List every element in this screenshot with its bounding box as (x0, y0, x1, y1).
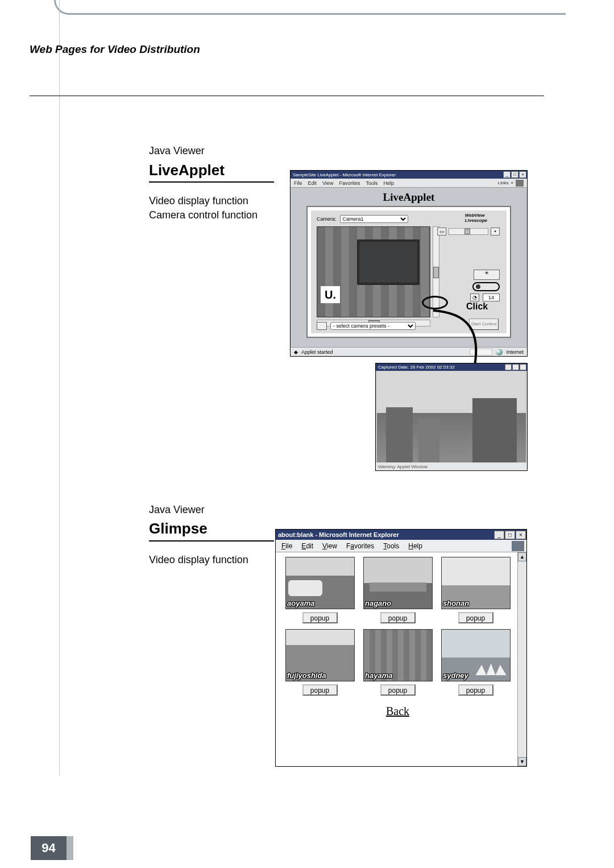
menu-view[interactable]: View (322, 180, 333, 186)
vertical-scrollbar[interactable]: ▲ ▼ (517, 552, 526, 766)
zone-text: Internet (506, 349, 524, 355)
camera-select[interactable]: Camera1 (340, 215, 408, 223)
camera-label: Camera: (317, 216, 337, 222)
popup-button[interactable]: popup (458, 612, 493, 623)
menu-help[interactable]: Help (383, 180, 394, 186)
thumb-nagano: nagano popup (363, 557, 433, 623)
header-rule (30, 96, 544, 96)
menu-help[interactable]: Help (408, 542, 422, 550)
menu-edit[interactable]: Edit (308, 180, 317, 186)
zoom-wide-icon[interactable]: ▭ (437, 228, 446, 235)
page-top-curve (54, 0, 566, 15)
close-icon[interactable]: × (520, 364, 526, 370)
thumb-caption: fujiyoshida (287, 671, 326, 680)
window-title: about:blank - Microsoft Internet Explore… (278, 531, 399, 538)
minimize-icon[interactable]: _ (494, 531, 504, 539)
thumb-caption: aoyama (287, 599, 314, 607)
window-titlebar: SampleSite LiveApplet - Microsoft Intern… (291, 171, 527, 179)
ie-logo-icon (512, 541, 524, 551)
menu-view[interactable]: View (322, 542, 337, 550)
thumbnail-grid: aoyama popup nagano popup shonan popup f… (278, 552, 517, 700)
click-callout-ellipse (422, 296, 448, 309)
glimpse-preheading: Java Viewer (149, 504, 205, 516)
menu-bar: File Edit View Favorites Tools Help (276, 540, 526, 552)
menu-edit[interactable]: Edit (301, 542, 313, 550)
glimpse-heading: Glimpse (149, 520, 208, 538)
popup-button[interactable]: popup (458, 684, 493, 696)
menu-file[interactable]: File (294, 180, 302, 186)
liveapplet-screenshot: SampleSite LiveApplet - Microsoft Intern… (290, 170, 528, 357)
timer-icon: ◔ (470, 294, 479, 301)
thumb-shonan: shonan popup (441, 557, 511, 623)
internet-zone-icon (496, 349, 503, 356)
popup-button[interactable]: popup (380, 612, 416, 623)
glimpse-screenshot: about:blank - Microsoft Internet Explore… (275, 529, 527, 767)
thumb-fujiyoshida: fujiyoshida popup (285, 629, 355, 696)
maximize-icon[interactable]: □ (511, 171, 518, 178)
webview-logo: WebView Livescope (465, 213, 487, 223)
running-head: Web Pages for Video Distribution (30, 43, 200, 56)
page-number: 94 (31, 836, 67, 860)
captured-popup: Captured Date: 28 Feb 2002 02:53:32 _ □ … (375, 363, 528, 471)
number-readout: 14 (483, 294, 500, 301)
close-icon[interactable]: × (519, 171, 526, 178)
thumb-caption: sydney (443, 671, 468, 680)
zoom-tele-icon[interactable]: • (491, 228, 500, 235)
maximize-icon[interactable]: □ (512, 364, 519, 370)
status-cell (470, 349, 492, 356)
popup-footer: Warning: Applet Window (376, 462, 527, 470)
popup-image (377, 371, 526, 462)
menu-favorites[interactable]: Favorites (346, 542, 374, 550)
video-sign-u: U. (321, 286, 340, 303)
gutter-line (59, 0, 60, 776)
popup-button[interactable]: popup (302, 684, 338, 696)
links-chevron-icon[interactable]: » (511, 180, 513, 185)
throbber-icon (516, 180, 524, 187)
popup-button[interactable]: popup (302, 612, 338, 623)
close-icon[interactable]: × (516, 531, 526, 539)
liveapplet-preheading: Java Viewer (149, 145, 205, 157)
menu-favorites[interactable]: Favorites (339, 180, 360, 186)
glimpse-desc-1: Video display function (149, 554, 248, 566)
popup-button[interactable]: popup (380, 684, 416, 696)
maximize-icon[interactable]: □ (505, 531, 515, 539)
applet-status-icon: ◆ (294, 349, 298, 355)
minimize-icon[interactable]: _ (503, 171, 511, 178)
back-link[interactable]: Back (278, 705, 517, 718)
backlight-button[interactable]: ☀ (474, 270, 500, 280)
status-text: Applet started (301, 349, 333, 355)
popup-title: Captured Date: 28 Feb 2002 02:53:32 (378, 365, 455, 370)
applet-frame: Camera: Camera1 WebView Livescope U. ▭ (306, 206, 511, 338)
liveapplet-heading: LiveApplet (149, 162, 225, 179)
preset-icon (317, 322, 327, 330)
thumb-hayama: hayama popup (363, 629, 433, 696)
applet-title: LiveApplet (291, 191, 527, 204)
menu-tools[interactable]: Tools (366, 180, 377, 186)
status-bar: ◆ Applet started Internet (291, 347, 527, 356)
click-label: Click (466, 301, 488, 312)
thumb-aoyama: aoyama popup (285, 557, 355, 623)
window-title: SampleSite LiveApplet - Microsoft Intern… (293, 172, 396, 177)
snapshot-button[interactable] (472, 282, 500, 291)
minimize-icon[interactable]: _ (505, 364, 512, 370)
links-label: Links (498, 180, 509, 185)
preset-select[interactable]: - select camera presets - (330, 322, 416, 330)
menu-file[interactable]: File (281, 542, 292, 550)
thumb-caption: nagano (365, 599, 391, 607)
liveapplet-desc-2: Camera control function (149, 209, 258, 221)
scroll-down-icon[interactable]: ▼ (518, 757, 526, 766)
menu-tools[interactable]: Tools (383, 542, 399, 550)
liveapplet-desc-1: Video display function (149, 195, 248, 207)
liveapplet-underline (149, 181, 274, 183)
thumb-caption: shonan (443, 599, 469, 607)
video-display: U. (317, 226, 430, 317)
zoom-slider[interactable] (449, 228, 488, 235)
glimpse-underline (149, 540, 274, 542)
video-screen-object (357, 239, 420, 285)
start-control-button[interactable]: Start Control (469, 319, 499, 330)
thumb-caption: hayama (365, 671, 392, 680)
scroll-up-icon[interactable]: ▲ (518, 552, 526, 561)
thumb-sydney: sydney popup (441, 629, 511, 696)
menu-bar: File Edit View Favorites Tools Help Link… (291, 179, 527, 188)
